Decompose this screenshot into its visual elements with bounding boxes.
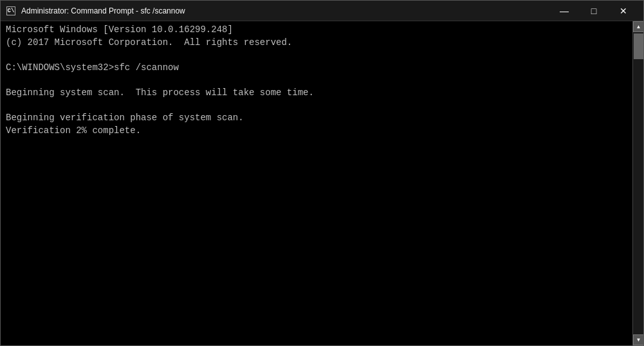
cmd-window: C\ Administrator: Command Prompt - sfc /…	[0, 0, 644, 346]
terminal-line-6: Verification 2% complete.	[6, 125, 627, 138]
window-controls: — □ ✕	[549, 1, 638, 21]
terminal-line-5: Beginning verification phase of system s…	[6, 112, 627, 125]
maximize-button[interactable]: □	[579, 1, 609, 21]
content-area: Microsoft Windows [Version 10.0.16299.24…	[1, 21, 643, 345]
terminal-line-4: Beginning system scan. This process will…	[6, 87, 627, 100]
terminal-blank-2	[6, 74, 627, 87]
minimize-button[interactable]: —	[549, 1, 579, 21]
close-button[interactable]: ✕	[609, 1, 638, 21]
scrollbar[interactable]: ▲ ▼	[632, 21, 643, 345]
terminal-line-1: Microsoft Windows [Version 10.0.16299.24…	[6, 24, 627, 37]
terminal-output[interactable]: Microsoft Windows [Version 10.0.16299.24…	[1, 21, 632, 345]
window-title: Administrator: Command Prompt - sfc /sca…	[21, 6, 549, 15]
title-bar: C\ Administrator: Command Prompt - sfc /…	[1, 1, 643, 21]
terminal-line-2: (c) 2017 Microsoft Corporation. All righ…	[6, 37, 627, 50]
terminal-blank-3	[6, 100, 627, 113]
terminal-line-3: C:\WINDOWS\system32>sfc /scannow	[6, 62, 627, 75]
scrollbar-thumb[interactable]	[634, 33, 643, 59]
terminal-blank-1	[6, 49, 627, 62]
scrollbar-track[interactable]	[633, 32, 643, 334]
scroll-down-button[interactable]: ▼	[633, 334, 643, 345]
window-icon: C\	[6, 6, 16, 16]
cmd-icon: C\	[6, 6, 15, 15]
scroll-up-button[interactable]: ▲	[633, 21, 643, 32]
